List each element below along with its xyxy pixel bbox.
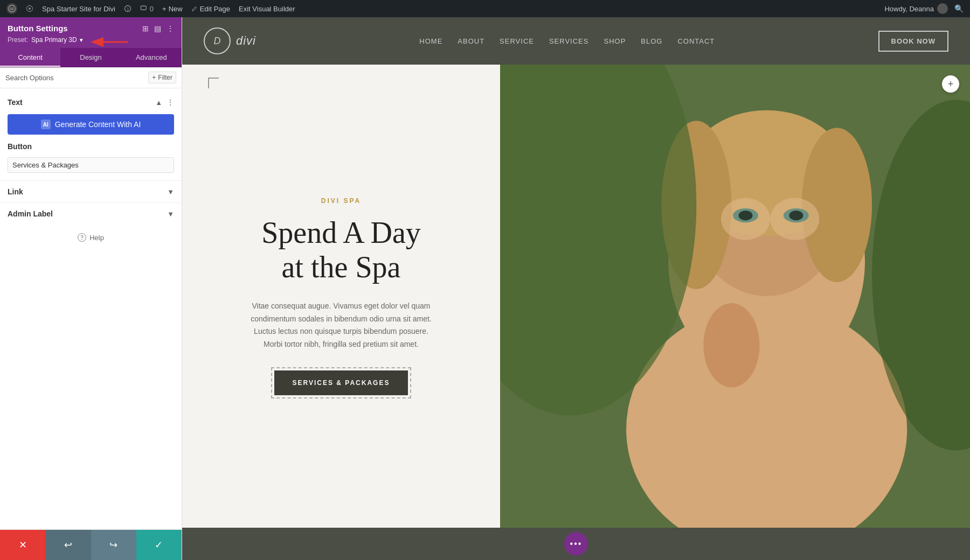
redo-button[interactable]: ↪: [91, 530, 136, 560]
cancel-button[interactable]: ✕: [0, 530, 45, 560]
help-row[interactable]: ? Help: [0, 225, 182, 250]
ai-icon: AI: [41, 120, 51, 129]
hero-image: +: [500, 65, 970, 528]
panel-content: Text ▲ ⋮ AI Generate Content With AI: [0, 88, 182, 529]
more-icon[interactable]: ⋮: [167, 24, 174, 33]
admin-label-section: Admin Label ▼: [0, 202, 182, 225]
new-link[interactable]: + New: [162, 5, 183, 13]
panel-header-icons: ⊞ ▤ ⋮: [142, 24, 174, 33]
main-layout: Button Settings ⊞ ▤ ⋮ Preset: Spa Primar…: [0, 17, 970, 560]
nav-service[interactable]: SERVICE: [500, 37, 534, 45]
button-field-group: [0, 154, 182, 178]
link-section-title: Link: [8, 187, 23, 196]
site-logo: D divi: [204, 27, 256, 54]
hero-cta-button[interactable]: SERVICES & PACKAGES: [274, 370, 408, 395]
exit-builder-link[interactable]: Exit Visual Builder: [239, 5, 295, 13]
text-section-header[interactable]: Text ▲ ⋮: [0, 95, 182, 110]
add-content-button[interactable]: +: [942, 75, 959, 93]
site-navbar: D divi HOME ABOUT SERVICE SERVICES SHOP …: [182, 17, 970, 65]
svg-rect-6: [141, 6, 146, 10]
preset-value[interactable]: Spa Primary 3D ▼: [31, 36, 84, 44]
admin-search-icon[interactable]: 🔍: [954, 4, 964, 13]
link-section: Link ▼: [0, 180, 182, 202]
ai-generate-button[interactable]: AI Generate Content With AI: [8, 114, 174, 135]
button-section: Button: [0, 139, 182, 178]
site-name[interactable]: Spa Starter Site for Divi: [42, 5, 115, 13]
nav-blog[interactable]: BLOG: [641, 37, 662, 45]
undo-button[interactable]: ↩: [45, 530, 91, 560]
svg-text:1: 1: [127, 7, 129, 11]
book-now-button[interactable]: BOOK NOW: [878, 31, 948, 52]
save-button[interactable]: ✓: [136, 530, 182, 560]
user-avatar: [937, 3, 948, 14]
nav-home[interactable]: HOME: [419, 37, 442, 45]
button-section-title: Button: [8, 142, 32, 151]
admin-bar-left: W Spa Starter Site for Divi 1 0 + New Ed…: [6, 3, 295, 14]
panel-title: Button Settings: [8, 24, 68, 33]
logo-text: divi: [236, 34, 256, 48]
help-icon: ?: [78, 233, 86, 242]
comments-icon[interactable]: 1: [124, 5, 131, 12]
section-controls: ▲ ⋮: [155, 98, 174, 107]
hero-subtitle: DIVI SPA: [321, 197, 361, 205]
search-input[interactable]: [5, 74, 145, 82]
svg-point-20: [789, 211, 803, 220]
nav-contact[interactable]: CONTACT: [677, 37, 715, 45]
text-section: Text ▲ ⋮ AI Generate Content With AI: [0, 95, 182, 135]
collapse-icon[interactable]: ▲: [155, 99, 162, 107]
panel-title-row: Button Settings ⊞ ▤ ⋮: [8, 24, 174, 33]
preset-row: Preset: Spa Primary 3D ▼: [8, 36, 174, 44]
button-section-header: Button: [0, 139, 182, 154]
section-more-icon[interactable]: ⋮: [167, 98, 174, 107]
nav-about[interactable]: ABOUT: [458, 37, 484, 45]
dots-menu-button[interactable]: •••: [564, 532, 588, 556]
hero-bracket: [208, 78, 219, 88]
responsive-icon[interactable]: ⊞: [142, 24, 149, 33]
svg-point-3: [29, 8, 31, 10]
filter-button[interactable]: + Filter: [148, 72, 176, 83]
panel-search: + Filter: [0, 67, 182, 88]
link-section-header[interactable]: Link ▼: [0, 181, 182, 202]
preset-prefix: Preset:: [8, 36, 28, 44]
svg-point-24: [703, 303, 759, 387]
preview-area: D divi HOME ABOUT SERVICE SERVICES SHOP …: [182, 17, 970, 560]
svg-point-19: [739, 211, 753, 220]
hero-title: Spend A Day at the Spa: [261, 215, 421, 285]
wp-admin-bar: W Spa Starter Site for Divi 1 0 + New Ed…: [0, 0, 970, 17]
link-chevron-icon[interactable]: ▼: [167, 188, 174, 196]
left-panel: Button Settings ⊞ ▤ ⋮ Preset: Spa Primar…: [0, 17, 182, 560]
admin-label-header[interactable]: Admin Label ▼: [0, 203, 182, 225]
site-nav: HOME ABOUT SERVICE SERVICES SHOP BLOG CO…: [419, 37, 715, 45]
nav-shop[interactable]: SHOP: [604, 37, 626, 45]
admin-label-chevron-icon[interactable]: ▼: [167, 210, 174, 218]
admin-label-title: Admin Label: [8, 209, 53, 218]
panel-tabs: Content Design Advanced: [0, 48, 182, 67]
hero-cta-wrapper: SERVICES & PACKAGES: [274, 370, 408, 395]
svg-text:W: W: [10, 7, 14, 11]
text-section-title: Text: [8, 98, 23, 107]
edit-page-link[interactable]: Edit Page: [191, 5, 230, 13]
panel-bottom-actions: ✕ ↩ ↪ ✓: [0, 529, 182, 560]
tab-advanced[interactable]: Advanced: [121, 48, 182, 67]
hero-section: DIVI SPA Spend A Day at the Spa Vitae co…: [182, 65, 970, 528]
button-text-input[interactable]: [8, 157, 174, 173]
logo-circle: D: [204, 27, 231, 54]
layout-icon[interactable]: ▤: [154, 24, 161, 33]
bubbles-icon[interactable]: 0: [140, 5, 154, 13]
hero-left: DIVI SPA Spend A Day at the Spa Vitae co…: [182, 65, 500, 528]
hero-body: Vitae consequat augue. Vivamus eget dolo…: [244, 300, 438, 351]
tab-content[interactable]: Content: [0, 48, 60, 67]
nav-services[interactable]: SERVICES: [549, 37, 589, 45]
howdy-label: Howdy, Deanna: [884, 3, 948, 14]
wordpress-logo[interactable]: W: [6, 3, 17, 14]
hero-right: +: [500, 65, 970, 528]
panel-header: Button Settings ⊞ ▤ ⋮ Preset: Spa Primar…: [0, 17, 182, 48]
preview-bottom: •••: [182, 528, 970, 560]
tab-design[interactable]: Design: [60, 48, 121, 67]
filter-icon: +: [152, 74, 156, 81]
preset-dropdown-arrow[interactable]: ▼: [79, 37, 84, 43]
admin-bar-right: Howdy, Deanna 🔍: [884, 3, 964, 14]
site-icon: [26, 5, 33, 12]
